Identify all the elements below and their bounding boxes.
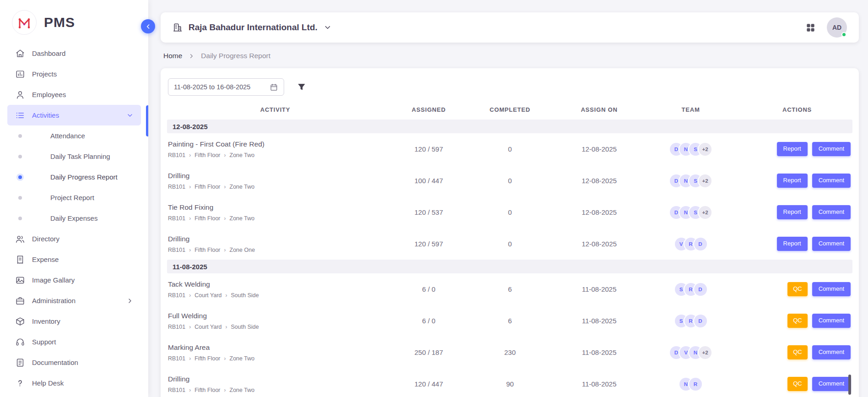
qc-button[interactable]: QC [787, 345, 808, 359]
column-header-actions: ACTIONS [735, 106, 859, 113]
sidebar-subitem-attendance[interactable]: Attendance [7, 125, 141, 146]
activity-path: RB101› Fifth Floor› Zone Two [168, 184, 390, 190]
path-site: RB101 [168, 152, 185, 158]
path-site: RB101 [168, 215, 185, 222]
app-logo[interactable]: PMS [0, 0, 148, 41]
report-button[interactable]: Report [777, 237, 808, 250]
home-icon [15, 48, 26, 59]
date-range-input[interactable] [174, 83, 264, 91]
sidebar-item-label: Image Gallary [32, 276, 75, 284]
row-actions: Report Comment [735, 174, 859, 187]
sidebar-item-help-desk[interactable]: Help Desk [7, 373, 141, 393]
sidebar-item-expense[interactable]: Expense [7, 249, 141, 270]
sidebar: PMS Dashboard Projects [0, 0, 148, 397]
path-site: RB101 [168, 184, 185, 190]
chevron-right-icon: › [189, 324, 191, 330]
user-avatar[interactable]: AD [827, 17, 847, 38]
chevron-right-icon [126, 297, 134, 305]
sidebar-item-label: Expense [32, 256, 59, 263]
box-icon [15, 316, 26, 327]
chevron-right-icon: › [189, 216, 191, 221]
activity-path: RB101› Court Yard› South Side [168, 324, 390, 330]
chevron-right-icon: › [226, 324, 227, 330]
path-floor: Court Yard [194, 324, 221, 330]
sidebar-collapse-button[interactable] [141, 19, 155, 33]
path-site: RB101 [168, 387, 185, 393]
sidebar-subitem-daily-expenses[interactable]: Daily Expenses [7, 208, 141, 228]
calendar-icon[interactable] [270, 83, 278, 92]
path-site: RB101 [168, 355, 185, 362]
comment-button[interactable]: Comment [812, 142, 851, 156]
sidebar-item-label: Administration [32, 297, 75, 305]
chevron-right-icon: › [224, 356, 226, 361]
activity-title: Tie Rod Fixing [168, 203, 390, 212]
chevron-right-icon: › [224, 152, 226, 158]
chevron-right-icon: › [224, 247, 226, 253]
qc-button[interactable]: QC [787, 282, 808, 296]
sidebar-subitem-label: Daily Expenses [50, 214, 97, 222]
comment-button[interactable]: Comment [812, 282, 851, 296]
scrollbar-thumb[interactable] [848, 375, 851, 395]
comment-button[interactable]: Comment [812, 174, 851, 187]
sidebar-subitem-label: Project Report [50, 194, 94, 201]
qc-button[interactable]: QC [787, 314, 808, 327]
sidebar-subitem-label: Daily Task Planning [50, 152, 110, 160]
team-avatars: V R D [646, 238, 735, 250]
comment-button[interactable]: Comment [812, 205, 851, 219]
apps-grid-icon[interactable] [805, 22, 816, 33]
sidebar-item-dashboard[interactable]: Dashboard [7, 43, 141, 64]
chevron-right-icon [188, 53, 195, 60]
report-button[interactable]: Report [777, 142, 808, 156]
team-avatar: R [689, 378, 702, 391]
team-avatars: D N S +2 [646, 143, 735, 156]
date-range-picker[interactable] [168, 78, 284, 96]
path-zone: South Side [231, 324, 259, 330]
activity-path: RB101› Court Yard› South Side [168, 292, 390, 299]
column-header-team: TEAM [646, 106, 735, 113]
sidebar-item-projects[interactable]: Projects [7, 64, 141, 84]
qc-button[interactable]: QC [787, 377, 808, 391]
sidebar-subitem-daily-task-planning[interactable]: Daily Task Planning [7, 146, 141, 167]
company-selector[interactable]: Raja Bahadur International Ltd. [173, 22, 332, 33]
comment-button[interactable]: Comment [812, 345, 851, 359]
table-row: Drilling RB101› Fifth Floor› Zone Two 10… [161, 165, 859, 196]
activity-title: Tack Welding [168, 280, 390, 288]
sidebar-item-inventory[interactable]: Inventory [7, 311, 141, 332]
table-row: Marking Area RB101› Fifth Floor› Zone Tw… [161, 337, 859, 368]
column-header-assign-on: ASSIGN ON [552, 106, 646, 113]
assigned-value: 120 / 597 [390, 240, 468, 248]
chevron-left-icon [145, 23, 152, 30]
sidebar-item-documentation[interactable]: Documentation [7, 352, 141, 373]
report-button[interactable]: Report [777, 205, 808, 219]
sidebar-subitem-daily-progress-report[interactable]: Daily Progress Report [7, 167, 141, 187]
comment-button[interactable]: Comment [812, 314, 851, 327]
report-button[interactable]: Report [777, 174, 808, 187]
assigned-value: 120 / 597 [390, 145, 468, 153]
question-mark-icon [15, 378, 26, 389]
building-icon [173, 22, 183, 33]
bullet-icon [18, 175, 22, 179]
path-floor: Fifth Floor [194, 152, 220, 158]
sidebar-item-employees[interactable]: Employees [7, 84, 141, 105]
chevron-right-icon: › [189, 356, 191, 361]
sidebar-item-support[interactable]: Support [7, 332, 141, 352]
assign-on-value: 12-08-2025 [552, 240, 646, 248]
table-row: Tack Welding RB101› Court Yard› South Si… [161, 273, 859, 305]
sidebar-item-image-gallery[interactable]: Image Gallary [7, 270, 141, 290]
chevron-down-icon [126, 112, 134, 119]
sidebar-item-directory[interactable]: Directory [7, 228, 141, 249]
row-actions: Report Comment [735, 142, 859, 156]
completed-value: 0 [468, 208, 552, 216]
completed-value: 0 [468, 145, 552, 153]
sidebar-subitem-project-report[interactable]: Project Report [7, 187, 141, 208]
comment-button[interactable]: Comment [812, 237, 851, 250]
table-row: Drilling RB101› Fifth Floor› Zone Two 12… [161, 368, 859, 397]
sidebar-item-administration[interactable]: Administration [7, 290, 141, 311]
filter-funnel-icon[interactable] [297, 82, 306, 92]
sidebar-item-activities[interactable]: Activities [7, 105, 141, 125]
path-zone: Zone Two [230, 387, 255, 393]
chevron-right-icon: › [189, 387, 191, 393]
comment-button[interactable]: Comment [812, 377, 851, 391]
activity-path: RB101› Fifth Floor› Zone One [168, 247, 390, 253]
breadcrumb-home[interactable]: Home [163, 52, 182, 60]
